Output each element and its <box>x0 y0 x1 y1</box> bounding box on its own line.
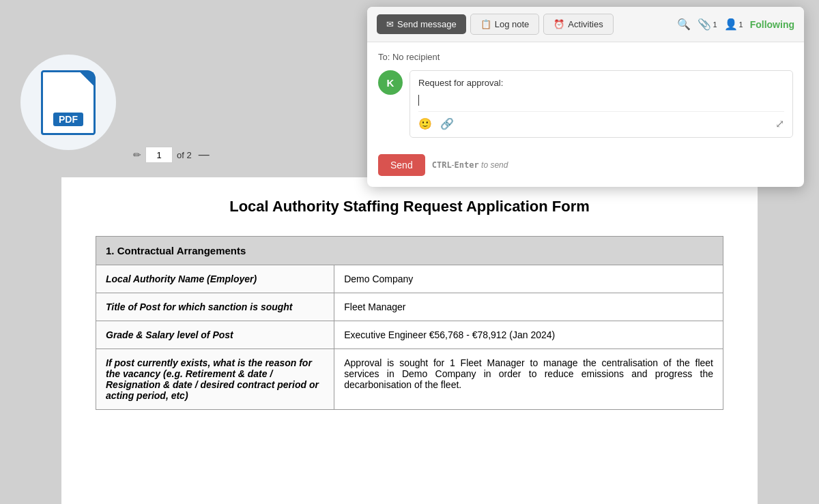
emoji-icon: 🙂 <box>418 118 432 130</box>
row-label-3: If post currently exists, what is the re… <box>96 349 334 410</box>
page-minus-icon: — <box>199 149 210 161</box>
follower-count: 1 <box>739 20 743 29</box>
text-cursor <box>418 95 419 106</box>
message-compose: To: No recipient K Request for approval:… <box>367 42 804 147</box>
avatar: K <box>378 70 403 95</box>
pdf-icon: PDF <box>41 70 96 135</box>
row-value-1: Fleet Manager <box>334 293 723 321</box>
send-message-label: Send message <box>397 19 457 29</box>
edit-icon: ✏ <box>133 149 141 160</box>
attachment-button[interactable]: 📎 1 <box>698 18 717 31</box>
log-note-label: Log note <box>495 19 530 29</box>
link-icon: 🔗 <box>440 118 454 130</box>
toolbar-icons: 🔍 📎 1 👤 1 Following <box>677 18 794 31</box>
log-note-button[interactable]: 📋 Log note <box>470 14 540 35</box>
page-of-label: of 2 <box>177 150 192 160</box>
envelope-icon: ✉ <box>386 19 394 29</box>
expand-button[interactable]: ⤢ <box>775 117 784 130</box>
compose-footer-left: 🙂 🔗 <box>418 117 454 130</box>
to-label: To: <box>378 52 390 62</box>
following-button[interactable]: Following <box>750 19 794 30</box>
document-title: Local Authority Staffing Request Applica… <box>96 198 723 216</box>
section-header-row: 1. Contractual Arrangements <box>96 237 723 265</box>
row-label-1: Title of Post for which sanction is soug… <box>96 293 334 321</box>
message-toolbar: ✉ Send message 📋 Log note ⏰ Activities 🔍… <box>367 7 804 42</box>
emoji-button[interactable]: 🙂 <box>418 117 432 130</box>
table-row: Local Authority Name (Employer) Demo Com… <box>96 265 723 293</box>
section1-header: 1. Contractual Arrangements <box>96 237 723 265</box>
search-icon: 🔍 <box>677 18 691 31</box>
page-controls: ✏ of 2 — <box>133 147 210 163</box>
row-value-0: Demo Company <box>334 265 723 293</box>
compose-subject: Request for approval: <box>418 78 784 88</box>
compose-footer: 🙂 🔗 ⤢ <box>418 111 784 130</box>
row-value-2: Executive Engineer €56,768 - €78,912 (Ja… <box>334 321 723 349</box>
to-line: To: No recipient <box>378 52 793 62</box>
table-row: Title of Post for which sanction is soug… <box>96 293 723 321</box>
clock-icon: ⏰ <box>554 19 564 29</box>
compose-editor[interactable]: Request for approval: 🙂 🔗 ⤢ <box>410 70 793 138</box>
pdf-icon-container: PDF <box>20 55 116 150</box>
table-row: If post currently exists, what is the re… <box>96 349 723 410</box>
search-button[interactable]: 🔍 <box>677 18 691 31</box>
document-area: Local Authority Staffing Request Applica… <box>61 177 758 504</box>
row-label-2: Grade & Salary level of Post <box>96 321 334 349</box>
send-message-button[interactable]: ✉ Send message <box>377 14 466 34</box>
send-button[interactable]: Send <box>378 154 425 176</box>
compose-input-area[interactable] <box>418 93 784 106</box>
person-icon: 👤 <box>724 18 738 31</box>
row-label-0: Local Authority Name (Employer) <box>96 265 334 293</box>
compose-body: K Request for approval: 🙂 🔗 <box>378 70 793 138</box>
attachment-count: 1 <box>713 20 717 29</box>
message-panel: ✉ Send message 📋 Log note ⏰ Activities 🔍… <box>367 7 804 187</box>
table-row: Grade & Salary level of Post Executive E… <box>96 321 723 349</box>
note-icon: 📋 <box>480 19 491 29</box>
send-area: Send CTRL-Enter to send <box>367 147 804 187</box>
pdf-label: PDF <box>53 113 83 126</box>
send-hint: CTRL-Enter to send <box>432 160 508 170</box>
document-table: 1. Contractual Arrangements Local Author… <box>96 236 723 410</box>
pdf-icon-body: PDF <box>41 70 96 135</box>
link-button[interactable]: 🔗 <box>440 117 454 130</box>
followers-button[interactable]: 👤 1 <box>724 18 743 31</box>
row-value-3: Approval is sought for 1 Fleet Manager t… <box>334 349 723 410</box>
activities-button[interactable]: ⏰ Activities <box>543 14 613 35</box>
pdf-icon-corner <box>80 72 94 86</box>
activities-label: Activities <box>568 19 603 29</box>
paperclip-icon: 📎 <box>698 18 711 31</box>
expand-icon: ⤢ <box>775 118 784 130</box>
to-value: No recipient <box>392 52 440 62</box>
page-number-input[interactable] <box>145 147 173 163</box>
